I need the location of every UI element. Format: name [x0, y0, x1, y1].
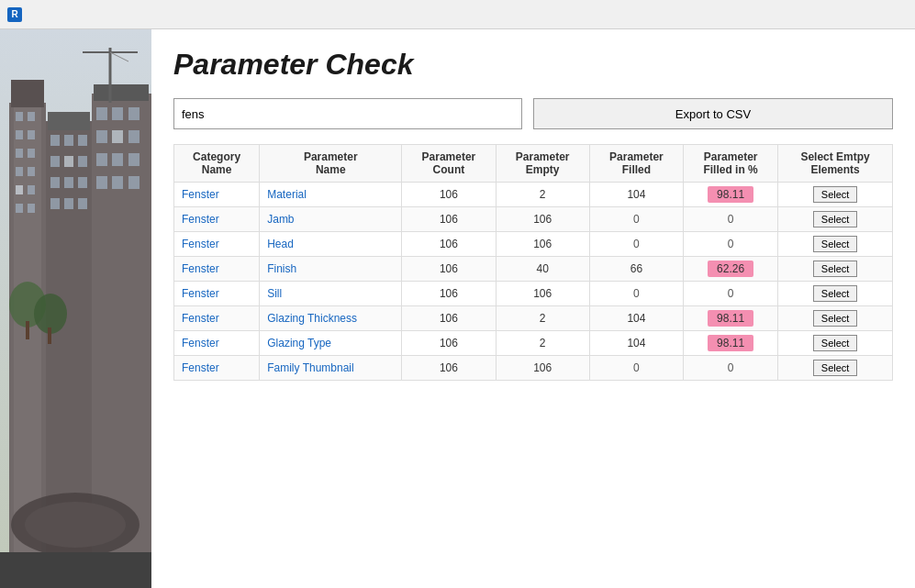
svg-rect-9 [28, 112, 35, 121]
filled-cell: 0 [589, 207, 683, 232]
col-header-filled: ParameterFilled [589, 145, 683, 183]
svg-rect-12 [16, 149, 23, 158]
table-row: Fenster Finish 106 40 66 62.26 Select [174, 257, 893, 282]
left-panel [0, 29, 151, 588]
svg-rect-5 [11, 80, 44, 107]
category-cell: Fenster [174, 207, 260, 232]
svg-rect-50 [48, 327, 51, 344]
select-button-3[interactable]: Select [813, 261, 858, 277]
pct-cell: 98.11 [684, 183, 778, 207]
select-button-7[interactable]: Select [813, 360, 858, 376]
count-cell: 106 [402, 257, 496, 282]
category-cell: Fenster [174, 356, 260, 381]
count-cell: 106 [402, 306, 496, 331]
svg-rect-14 [16, 167, 23, 176]
svg-rect-36 [112, 130, 123, 143]
filled-cell: 0 [589, 282, 683, 306]
svg-rect-46 [0, 552, 151, 588]
filled-cell: 66 [589, 257, 683, 282]
select-button-0[interactable]: Select [813, 186, 858, 203]
count-cell: 106 [402, 183, 496, 207]
col-header-param-name: ParameterName [260, 145, 402, 183]
svg-rect-11 [28, 130, 35, 139]
svg-rect-26 [50, 177, 60, 188]
pct-cell: 0 [684, 282, 778, 306]
count-cell: 106 [402, 331, 496, 356]
maximize-button[interactable] [823, 0, 865, 29]
empty-cell: 106 [496, 207, 589, 232]
svg-rect-10 [16, 130, 23, 139]
empty-cell: 106 [496, 282, 589, 306]
param-name-cell: Glazing Thickness [260, 306, 402, 331]
close-button[interactable] [865, 0, 908, 29]
svg-rect-33 [112, 107, 123, 120]
table-row: Fenster Glazing Type 106 2 104 98.11 Sel… [174, 331, 893, 356]
search-input[interactable] [173, 98, 522, 129]
svg-rect-19 [28, 204, 35, 213]
svg-rect-40 [128, 153, 139, 166]
category-cell: Fenster [174, 306, 260, 331]
filled-cell: 0 [589, 232, 683, 257]
app-window: Parameter Check Export to CSV CategoryNa… [0, 29, 915, 588]
empty-cell: 106 [496, 356, 589, 381]
minimize-button[interactable] [781, 0, 823, 29]
svg-rect-6 [48, 112, 90, 130]
svg-rect-21 [64, 135, 73, 146]
select-cell: Select [778, 183, 893, 207]
category-cell: Fenster [174, 183, 260, 207]
empty-cell: 40 [496, 257, 589, 282]
titlebar-controls [781, 0, 908, 29]
svg-rect-22 [78, 135, 87, 146]
param-name-cell: Glazing Type [260, 331, 402, 356]
empty-cell: 2 [496, 183, 589, 207]
select-cell: Select [778, 232, 893, 257]
category-cell: Fenster [174, 257, 260, 282]
pct-cell: 98.11 [684, 331, 778, 356]
svg-rect-29 [50, 198, 60, 209]
table-row: Fenster Family Thumbnail 106 106 0 0 Sel… [174, 356, 893, 381]
svg-rect-7 [94, 84, 149, 101]
empty-cell: 106 [496, 232, 589, 257]
table-body: Fenster Material 106 2 104 98.11 Select … [174, 183, 893, 381]
select-button-4[interactable]: Select [813, 285, 858, 302]
select-cell: Select [778, 207, 893, 232]
svg-rect-28 [78, 177, 87, 188]
svg-rect-38 [96, 153, 107, 166]
select-cell: Select [778, 282, 893, 306]
table-row: Fenster Material 106 2 104 98.11 Select [174, 183, 893, 207]
col-header-count: ParameterCount [402, 145, 496, 183]
data-table: CategoryName ParameterName ParameterCoun… [173, 144, 893, 381]
export-csv-button[interactable]: Export to CSV [533, 98, 893, 129]
svg-rect-42 [112, 176, 123, 189]
category-cell: Fenster [174, 232, 260, 257]
svg-rect-35 [96, 130, 107, 143]
category-cell: Fenster [174, 331, 260, 356]
titlebar: R [0, 0, 915, 29]
col-header-empty: ParameterEmpty [496, 145, 589, 183]
pct-cell: 0 [684, 356, 778, 381]
table-row: Fenster Glazing Thickness 106 2 104 98.1… [174, 306, 893, 331]
svg-rect-15 [28, 167, 35, 176]
select-button-2[interactable]: Select [813, 236, 858, 252]
app-icon: R [7, 7, 22, 22]
param-name-cell: Head [260, 232, 402, 257]
select-button-5[interactable]: Select [813, 310, 858, 327]
count-cell: 106 [402, 282, 496, 306]
select-button-6[interactable]: Select [813, 335, 858, 351]
select-cell: Select [778, 257, 893, 282]
svg-rect-43 [128, 176, 139, 189]
pct-cell: 62.26 [684, 257, 778, 282]
svg-rect-39 [112, 153, 123, 166]
pct-cell: 98.11 [684, 306, 778, 331]
empty-cell: 2 [496, 306, 589, 331]
param-name-cell: Material [260, 183, 402, 207]
svg-rect-31 [78, 198, 87, 209]
count-cell: 106 [402, 232, 496, 257]
svg-rect-27 [64, 177, 73, 188]
select-button-1[interactable]: Select [813, 211, 858, 227]
table-row: Fenster Head 106 106 0 0 Select [174, 232, 893, 257]
select-cell: Select [778, 356, 893, 381]
svg-rect-17 [28, 185, 35, 194]
pct-cell: 0 [684, 207, 778, 232]
col-header-select: Select EmtpyElements [778, 145, 893, 183]
